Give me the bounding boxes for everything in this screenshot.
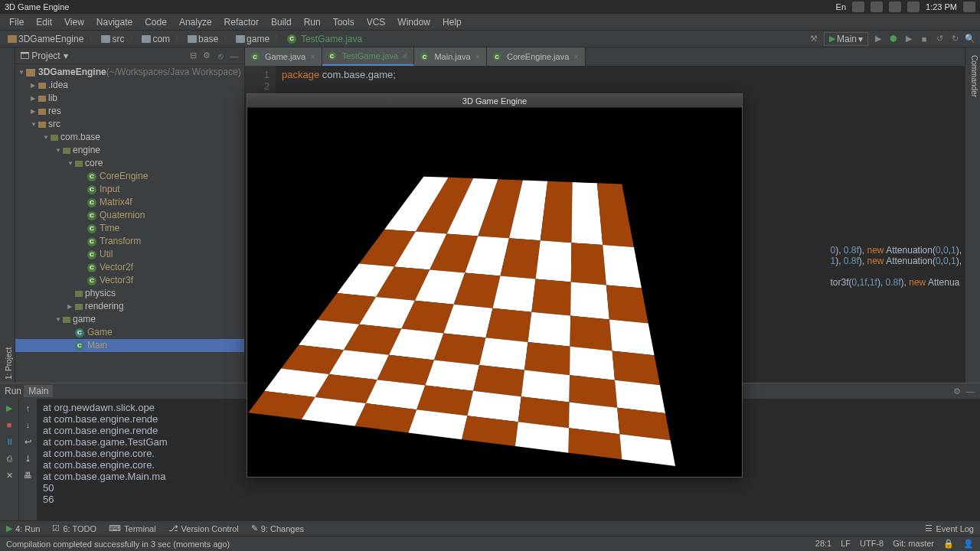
menu-window[interactable]: Window (393, 15, 435, 28)
clock[interactable]: 1:23 PM (926, 2, 957, 11)
menu-view[interactable]: View (60, 15, 89, 28)
gear-icon[interactable]: ⚙ (201, 51, 212, 61)
status-hector-icon[interactable]: 👤 (963, 539, 974, 549)
game-window-title[interactable]: 3D Game Engine (247, 94, 742, 108)
debug-button[interactable]: ⬢ (888, 34, 899, 44)
tree-item-main[interactable]: CMain (15, 339, 244, 352)
close-icon[interactable]: × (310, 52, 315, 61)
close-icon[interactable]: × (403, 51, 407, 60)
coverage-button[interactable]: ▶ (903, 34, 914, 44)
editor-tab-coreengine-java[interactable]: CCoreEngine.java× (487, 47, 586, 66)
tool-tab-terminal[interactable]: ⌨ Terminal (109, 523, 156, 533)
panel-view-selector[interactable]: ▾ (64, 51, 68, 61)
status-line-sep[interactable]: LF (841, 539, 851, 549)
vcs-commit-button[interactable]: ↻ (949, 34, 960, 44)
tree-item-core[interactable]: core (15, 157, 244, 170)
tool-tab-run[interactable]: ▶ 4: Run (6, 523, 40, 533)
tree-item-util[interactable]: CUtil (15, 248, 244, 261)
run-button[interactable]: ▶ (873, 34, 884, 44)
hide-icon[interactable]: — (965, 386, 975, 396)
tree-item-src[interactable]: src (15, 118, 244, 131)
soft-wrap-button[interactable]: ↩ (22, 435, 34, 448)
tree-item-input[interactable]: CInput (15, 183, 244, 196)
tree-item-res[interactable]: res (15, 105, 244, 118)
cloud-icon[interactable] (852, 2, 864, 12)
tree-item--idea[interactable]: .idea (15, 79, 244, 92)
editor-tab-main-java[interactable]: CMain.java× (414, 47, 487, 66)
print-button[interactable]: 🖶 (22, 469, 34, 481)
side-tab-commander[interactable]: Commander (969, 52, 980, 383)
close-icon[interactable]: × (573, 52, 578, 61)
stop-button[interactable]: ■ (919, 34, 929, 44)
gear-icon[interactable]: ⚙ (952, 386, 962, 396)
hide-icon[interactable]: — (229, 51, 240, 61)
make-button[interactable]: ⚒ (808, 34, 819, 44)
editor-tab-game-java[interactable]: CGame.java× (245, 47, 322, 66)
dump-button[interactable]: ⎙ (3, 452, 15, 465)
menu-refactor[interactable]: Refactor (220, 15, 263, 28)
tree-item-com-base[interactable]: com.base (15, 131, 244, 144)
bc-file[interactable]: CTestGame.java (284, 33, 365, 45)
bc-game[interactable]: game (233, 33, 273, 45)
tree-item-matrix4f[interactable]: CMatrix4f (15, 196, 244, 209)
status-caret-pos[interactable]: 28:1 (815, 539, 831, 549)
mail-icon[interactable] (889, 2, 901, 12)
search-button[interactable]: 🔍 (965, 34, 975, 44)
stop-button[interactable]: ■ (3, 419, 15, 431)
side-tab-project[interactable]: 1: Project (3, 52, 15, 383)
network-icon[interactable] (871, 2, 883, 12)
bc-com[interactable]: com (139, 33, 173, 45)
scroll-to-icon[interactable]: ⎋ (215, 51, 226, 61)
menu-navigate[interactable]: Navigate (92, 15, 137, 28)
tool-tab-vcs[interactable]: ⎇ Version Control (168, 523, 239, 533)
tree-item-transform[interactable]: CTransform (15, 235, 244, 248)
menu-build[interactable]: Build (266, 15, 296, 28)
tree-item-quaternion[interactable]: CQuaternion (15, 209, 244, 222)
tree-item-physics[interactable]: physics (15, 287, 244, 300)
status-encoding[interactable]: UTF-8 (860, 539, 884, 549)
status-lock-icon[interactable]: 🔒 (943, 539, 954, 549)
menu-file[interactable]: File (5, 15, 28, 28)
menu-code[interactable]: Code (140, 15, 172, 28)
tree-item-vector3f[interactable]: CVector3f (15, 274, 244, 287)
tool-tab-event-log[interactable]: ☰ Event Log (925, 523, 974, 533)
tree-root[interactable]: 3DGameEngine (~/Workspaces/Java Workspac… (15, 66, 244, 79)
scroll-end-button[interactable]: ⤓ (22, 452, 34, 465)
menu-tools[interactable]: Tools (328, 15, 359, 28)
menu-edit[interactable]: Edit (31, 15, 57, 28)
tree-item-engine[interactable]: engine (15, 144, 244, 157)
editor-tab-testgame-java[interactable]: CTestGame.java× (322, 47, 415, 66)
up-stack-button[interactable]: ↑ (22, 402, 34, 414)
tool-tab-changes[interactable]: ✎ 9: Changes (251, 523, 304, 533)
menu-help[interactable]: Help (438, 15, 466, 28)
menu-run[interactable]: Run (299, 15, 325, 28)
volume-icon[interactable] (907, 2, 920, 12)
vcs-update-button[interactable]: ↺ (934, 34, 945, 44)
project-tree[interactable]: 3DGameEngine (~/Workspaces/Java Workspac… (15, 64, 244, 383)
tree-item-game[interactable]: game (15, 313, 244, 326)
lang-indicator[interactable]: En (836, 2, 846, 11)
run-header-config[interactable]: Main (24, 385, 53, 397)
tree-item-lib[interactable]: lib (15, 92, 244, 105)
menu-vcs[interactable]: VCS (362, 15, 390, 28)
tree-item-rendering[interactable]: rendering (15, 300, 244, 313)
run-config-selector[interactable]: ▶Main ▾ (824, 32, 868, 46)
down-stack-button[interactable]: ↓ (22, 419, 34, 431)
collapse-all-icon[interactable]: ⊟ (188, 51, 198, 61)
rerun-button[interactable]: ▶ (3, 402, 15, 414)
bc-root[interactable]: 3DGameEngine (5, 33, 87, 45)
bc-src[interactable]: src (98, 33, 127, 45)
tool-tab-todo[interactable]: ☑ 6: TODO (52, 523, 96, 533)
pause-button[interactable]: ⏸ (3, 435, 15, 448)
bc-base[interactable]: base (185, 33, 221, 45)
game-engine-window[interactable]: 3D Game Engine (247, 93, 743, 478)
close-button[interactable]: ✕ (3, 469, 15, 481)
tree-item-coreengine[interactable]: CCoreEngine (15, 170, 244, 183)
status-git-branch[interactable]: Git: master (893, 539, 934, 549)
tree-item-time[interactable]: CTime (15, 222, 244, 235)
menu-analyze[interactable]: Analyze (175, 15, 217, 28)
tree-item-vector2f[interactable]: CVector2f (15, 261, 244, 274)
power-icon[interactable] (963, 2, 975, 12)
close-icon[interactable]: × (475, 52, 480, 61)
tree-item-game[interactable]: CGame (15, 326, 244, 339)
